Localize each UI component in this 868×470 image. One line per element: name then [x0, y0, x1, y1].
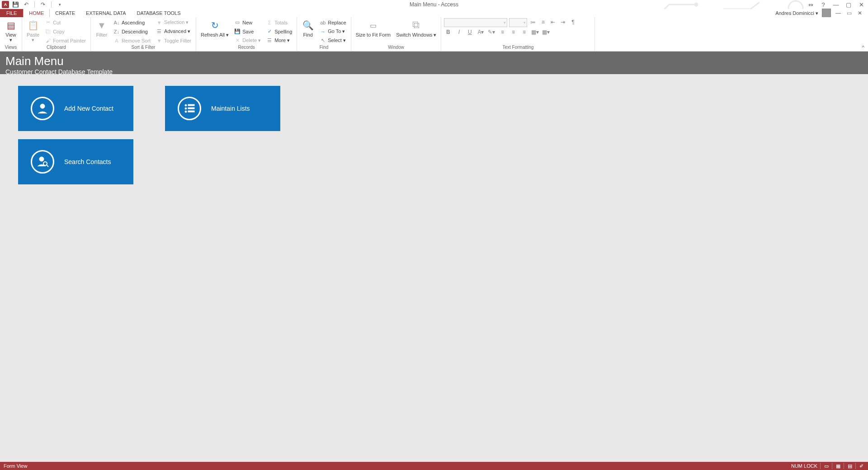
highlight-icon[interactable]: ✎▾	[487, 28, 495, 36]
indent-icon[interactable]: ⇥	[559, 18, 567, 26]
new-icon: ▭	[234, 19, 241, 26]
delete-icon: ✕	[234, 38, 241, 44]
window-controls: ⇔ ? — ▢ ✕	[807, 1, 865, 8]
gridlines-icon[interactable]: ▦▾	[542, 28, 550, 36]
totals-button[interactable]: ΣTotals	[264, 18, 294, 27]
new-button[interactable]: ▭New	[232, 18, 263, 27]
avatar[interactable]	[822, 9, 831, 18]
tile-label: Search Contacts	[64, 158, 111, 165]
layout-view-icon[interactable]: ▤	[844, 463, 853, 469]
save-icon[interactable]: 💾	[12, 1, 19, 8]
redo-icon[interactable]: ↷	[39, 1, 47, 8]
refresh-all-button[interactable]: ↻ Refresh All ▾	[199, 18, 231, 38]
cursor-icon: ↖	[320, 38, 326, 44]
paragraph-dir-icon[interactable]: ¶	[569, 18, 577, 26]
qat-customize-icon[interactable]: ▾	[56, 1, 63, 8]
format-painter-button[interactable]: 🖌Format Painter	[43, 36, 88, 45]
group-clipboard: 📋 Paste▾ ✂Cut ⿻Copy 🖌Format Painter Clip…	[22, 17, 91, 51]
tile-search-contacts[interactable]: Search Contacts	[18, 139, 133, 184]
spelling-button[interactable]: ✓Spelling	[264, 27, 294, 36]
group-find: 🔍 Find abReplace →Go To ▾ ↖Select ▾ Find	[297, 17, 351, 51]
descending-button[interactable]: Z↓Descending	[112, 27, 152, 36]
collapse-ribbon-icon[interactable]: ^	[862, 45, 864, 50]
help-icon[interactable]: ?	[819, 1, 827, 8]
undo-icon[interactable]: ↶	[23, 1, 30, 8]
paste-icon: 📋	[27, 19, 39, 32]
fullscreen-icon[interactable]: ⇔	[807, 1, 815, 8]
bullets-icon[interactable]: ≔	[529, 18, 537, 26]
tile-label: Add New Contact	[64, 105, 113, 112]
qat-separator	[51, 1, 52, 8]
align-left-icon[interactable]: ≡	[498, 28, 506, 36]
align-right-icon[interactable]: ≡	[520, 28, 528, 36]
svg-line-12	[47, 165, 48, 167]
goto-button[interactable]: →Go To ▾	[318, 27, 348, 36]
user-name[interactable]: Andres Dominicci ▾	[775, 10, 818, 16]
page-title: Main Menu	[5, 54, 868, 68]
toggle-filter-button[interactable]: ▼Toggle Filter	[154, 36, 193, 45]
view-button[interactable]: ▤ View▾	[3, 18, 19, 43]
paste-button[interactable]: 📋 Paste▾	[25, 18, 41, 43]
select-button[interactable]: ↖Select ▾	[318, 36, 348, 45]
underline-icon[interactable]: U	[466, 28, 474, 36]
tab-database-tools[interactable]: DATABASE TOOLS	[131, 9, 186, 17]
svg-point-2	[695, 3, 698, 6]
advanced-icon: ☰	[156, 28, 162, 35]
find-button[interactable]: 🔍 Find	[300, 18, 316, 38]
tile-maintain-lists[interactable]: Maintain Lists	[165, 86, 280, 131]
svg-rect-9	[188, 111, 194, 112]
titlebar: A 💾 ↶ ↷ ▾ Main Menu - Access ⇔ ? — ▢ ✕	[0, 0, 868, 9]
switch-windows-button[interactable]: ⿻ Switch Windows ▾	[394, 18, 438, 38]
fill-color-icon[interactable]: ▦▾	[531, 28, 539, 36]
svg-point-3	[40, 104, 45, 108]
binoculars-icon: 🔍	[302, 19, 314, 32]
statusbar: Form View NUM LOCK ▭ ▦ ▤ ✐	[0, 462, 868, 470]
svg-point-10	[39, 157, 44, 161]
advanced-button[interactable]: ☰Advanced ▾	[154, 27, 193, 36]
sub-restore-icon[interactable]: ▭	[845, 9, 853, 17]
font-color-icon[interactable]: A▾	[476, 28, 485, 36]
sort-asc-icon: A↓	[113, 19, 120, 26]
filter-button[interactable]: ▼ Filter	[94, 18, 110, 38]
close-icon[interactable]: ✕	[857, 1, 865, 8]
cut-button[interactable]: ✂Cut	[43, 18, 88, 27]
goto-icon: →	[320, 28, 326, 35]
sub-close-icon[interactable]: ✕	[856, 9, 863, 17]
window-title: Main Menu - Access	[410, 1, 458, 8]
font-size-combo[interactable]	[509, 18, 527, 27]
save-record-button[interactable]: 💾Save	[232, 27, 263, 36]
tab-external-data[interactable]: EXTERNAL DATA	[80, 9, 131, 17]
person-search-icon	[31, 150, 54, 174]
svg-point-8	[185, 111, 187, 113]
svg-point-11	[43, 162, 47, 165]
delete-button[interactable]: ✕Delete ▾	[232, 36, 263, 45]
remove-sort-button[interactable]: ARemove Sort	[112, 36, 152, 45]
datasheet-view-icon[interactable]: ▦	[832, 463, 841, 469]
tab-create[interactable]: CREATE	[50, 9, 80, 17]
group-label-sortfilter: Sort & Filter	[94, 45, 193, 51]
tab-file[interactable]: FILE	[0, 9, 23, 17]
align-center-icon[interactable]: ≡	[509, 28, 517, 36]
design-view-icon[interactable]: ✐	[855, 463, 864, 469]
minimize-icon[interactable]: —	[832, 1, 840, 8]
font-name-combo[interactable]	[444, 18, 507, 27]
tile-add-new-contact[interactable]: Add New Contact	[18, 86, 133, 131]
maximize-icon[interactable]: ▢	[844, 1, 853, 8]
outdent-icon[interactable]: ⇤	[549, 18, 557, 26]
bold-icon[interactable]: B	[444, 28, 452, 36]
copy-button[interactable]: ⿻Copy	[43, 27, 88, 36]
replace-button[interactable]: abReplace	[318, 18, 348, 27]
quick-access-toolbar: 💾 ↶ ↷ ▾	[12, 1, 63, 8]
tab-home[interactable]: HOME	[23, 9, 50, 17]
group-label-records: Records	[199, 45, 294, 51]
size-to-fit-button[interactable]: ▭ Size to Fit Form	[354, 18, 393, 38]
numbering-icon[interactable]: ≡	[539, 18, 547, 26]
sub-minimize-icon[interactable]: —	[835, 9, 842, 17]
italic-icon[interactable]: I	[455, 28, 463, 36]
form-view-icon[interactable]: ▭	[820, 463, 829, 469]
ascending-button[interactable]: A↓Ascending	[112, 18, 152, 27]
status-view-mode: Form View	[4, 463, 27, 469]
more-button[interactable]: ☰More ▾	[264, 36, 294, 45]
selection-button[interactable]: ▼Selection ▾	[154, 18, 193, 27]
replace-icon: ab	[320, 19, 326, 26]
